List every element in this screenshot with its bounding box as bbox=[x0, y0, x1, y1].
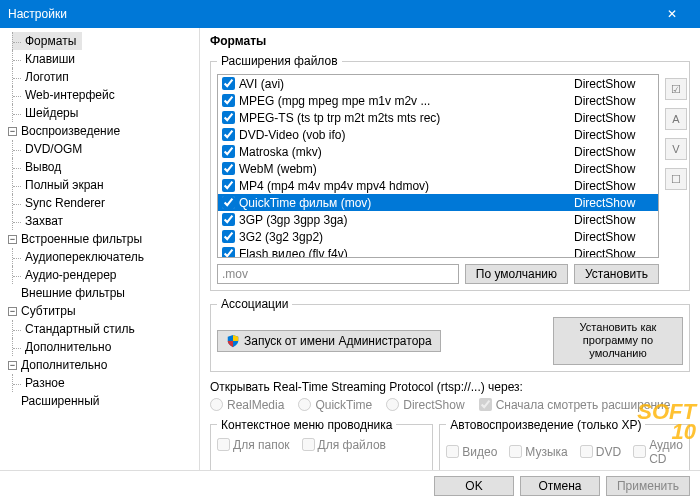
format-row[interactable]: DVD-Video (vob ifo)DirectShow bbox=[218, 126, 658, 143]
shield-icon bbox=[226, 334, 240, 348]
tree-item-keys[interactable]: Клавиши bbox=[12, 50, 195, 68]
rtsp-check-ext[interactable]: Сначала смотреть расширение bbox=[479, 398, 671, 412]
format-name: MP4 (mp4 m4v mp4v mpv4 hdmov) bbox=[239, 179, 574, 193]
ctx-folders[interactable]: Для папок bbox=[217, 438, 290, 452]
page-title: Форматы bbox=[210, 34, 690, 48]
format-row[interactable]: QuickTime фильм (mov)DirectShow bbox=[218, 194, 658, 211]
tree-group-playback[interactable]: −Воспроизведение bbox=[4, 122, 195, 140]
rtsp-directshow[interactable]: DirectShow bbox=[386, 398, 464, 412]
format-row[interactable]: WebM (webm)DirectShow bbox=[218, 160, 658, 177]
default-button[interactable]: По умолчанию bbox=[465, 264, 568, 284]
close-icon[interactable]: ✕ bbox=[652, 7, 692, 21]
tree-item-shaders[interactable]: Шейдеры bbox=[12, 104, 195, 122]
context-menu-legend: Контекстное меню проводника bbox=[217, 418, 396, 432]
rtsp-label: Открывать Real-Time Streaming Protocol (… bbox=[210, 380, 690, 394]
apply-button[interactable]: Применить bbox=[606, 476, 690, 496]
tree-item-sync[interactable]: Sync Renderer bbox=[12, 194, 195, 212]
format-row[interactable]: 3G2 (3g2 3gp2)DirectShow bbox=[218, 228, 658, 245]
tree-item-web[interactable]: Web-интерфейс bbox=[12, 86, 195, 104]
main-panel: Форматы Расширения файлов AVI (avi)Direc… bbox=[200, 28, 700, 470]
tree-item-logo[interactable]: Логотип bbox=[12, 68, 195, 86]
format-filter: DirectShow bbox=[574, 230, 654, 244]
settings-tree[interactable]: Форматы Клавиши Логотип Web-интерфейс Ше… bbox=[0, 28, 200, 470]
autoplay-group: Автовоспроизведение (только XP) Видео Му… bbox=[439, 418, 690, 470]
select-video-icon[interactable]: V bbox=[665, 138, 687, 160]
tree-item-misc[interactable]: Разное bbox=[12, 374, 195, 392]
tree-item-output[interactable]: Вывод bbox=[12, 158, 195, 176]
format-checkbox[interactable] bbox=[222, 77, 235, 90]
format-row[interactable]: MPEG (mpg mpeg mpe m1v m2v ...DirectShow bbox=[218, 92, 658, 109]
format-checkbox[interactable] bbox=[222, 247, 235, 258]
collapse-icon[interactable]: − bbox=[8, 235, 17, 244]
format-filter: DirectShow bbox=[574, 111, 654, 125]
collapse-icon[interactable]: − bbox=[8, 361, 17, 370]
extension-input[interactable] bbox=[217, 264, 459, 284]
format-row[interactable]: MP4 (mp4 m4v mp4v mpv4 hdmov)DirectShow bbox=[218, 177, 658, 194]
format-row[interactable]: AVI (avi)DirectShow bbox=[218, 75, 658, 92]
context-menu-group: Контекстное меню проводника Для папок Дл… bbox=[210, 418, 433, 470]
tree-item-fullscreen[interactable]: Полный экран bbox=[12, 176, 195, 194]
associations-legend: Ассоциации bbox=[217, 297, 292, 311]
ok-button[interactable]: OK bbox=[434, 476, 514, 496]
select-audio-icon[interactable]: A bbox=[665, 108, 687, 130]
format-name: QuickTime фильм (mov) bbox=[239, 196, 574, 210]
associations-group: Ассоциации Запуск от имени Администратор… bbox=[210, 297, 690, 372]
format-row[interactable]: MPEG-TS (ts tp trp m2t m2ts mts rec)Dire… bbox=[218, 109, 658, 126]
format-filter: DirectShow bbox=[574, 213, 654, 227]
collapse-icon[interactable]: − bbox=[8, 127, 17, 136]
format-name: MPEG (mpg mpeg mpe m1v m2v ... bbox=[239, 94, 574, 108]
auto-video[interactable]: Видео bbox=[446, 445, 497, 459]
tree-item-audiorender[interactable]: Аудио-рендерер bbox=[12, 266, 195, 284]
format-checkbox[interactable] bbox=[222, 162, 235, 175]
run-as-admin-button[interactable]: Запуск от имени Администратора bbox=[217, 330, 441, 352]
autoplay-legend: Автовоспроизведение (только XP) bbox=[446, 418, 645, 432]
format-filter: DirectShow bbox=[574, 77, 654, 91]
tree-group-internal-filters[interactable]: −Встроенные фильтры bbox=[4, 230, 195, 248]
cancel-button[interactable]: Отмена bbox=[520, 476, 600, 496]
format-filter: DirectShow bbox=[574, 128, 654, 142]
tree-item-audioswitch[interactable]: Аудиопереключатель bbox=[12, 248, 195, 266]
tree-group-subtitles[interactable]: −Субтитры bbox=[4, 302, 195, 320]
format-checkbox[interactable] bbox=[222, 128, 235, 141]
format-name: 3G2 (3g2 3gp2) bbox=[239, 230, 574, 244]
format-filter: DirectShow bbox=[574, 162, 654, 176]
format-row[interactable]: Flash видео (flv f4v)DirectShow bbox=[218, 245, 658, 258]
rtsp-realmedia[interactable]: RealMedia bbox=[210, 398, 284, 412]
auto-music[interactable]: Музыка bbox=[509, 445, 567, 459]
rtsp-section: Открывать Real-Time Streaming Protocol (… bbox=[210, 378, 690, 418]
select-none-icon[interactable]: ☐ bbox=[665, 168, 687, 190]
tree-group-external-filters[interactable]: Внешние фильтры bbox=[4, 284, 195, 302]
tree-item-capture[interactable]: Захват bbox=[12, 212, 195, 230]
tree-group-extra[interactable]: −Дополнительно bbox=[4, 356, 195, 374]
set-default-program-button[interactable]: Установить как программу по умолчанию bbox=[553, 317, 683, 365]
format-checkbox[interactable] bbox=[222, 111, 235, 124]
auto-cd[interactable]: Аудио CD bbox=[633, 438, 683, 466]
tree-item-dvd[interactable]: DVD/OGM bbox=[12, 140, 195, 158]
set-button[interactable]: Установить bbox=[574, 264, 659, 284]
format-name: Matroska (mkv) bbox=[239, 145, 574, 159]
format-checkbox[interactable] bbox=[222, 94, 235, 107]
ctx-files[interactable]: Для файлов bbox=[302, 438, 386, 452]
format-name: DVD-Video (vob ifo) bbox=[239, 128, 574, 142]
titlebar: Настройки ✕ bbox=[0, 0, 700, 28]
format-checkbox[interactable] bbox=[222, 179, 235, 192]
rtsp-quicktime[interactable]: QuickTime bbox=[298, 398, 372, 412]
format-filter: DirectShow bbox=[574, 179, 654, 193]
tree-item-std-style[interactable]: Стандартный стиль bbox=[12, 320, 195, 338]
format-checkbox[interactable] bbox=[222, 196, 235, 209]
tree-group-advanced[interactable]: Расширенный bbox=[4, 392, 195, 410]
format-name: Flash видео (flv f4v) bbox=[239, 247, 574, 259]
format-name: MPEG-TS (ts tp trp m2t m2ts mts rec) bbox=[239, 111, 574, 125]
format-row[interactable]: 3GP (3gp 3gpp 3ga)DirectShow bbox=[218, 211, 658, 228]
tree-item-sub-extra[interactable]: Дополнительно bbox=[12, 338, 195, 356]
collapse-icon[interactable]: − bbox=[8, 307, 17, 316]
tree-item-formats[interactable]: Форматы bbox=[12, 32, 82, 50]
format-filter: DirectShow bbox=[574, 247, 654, 259]
format-list[interactable]: AVI (avi)DirectShowMPEG (mpg mpeg mpe m1… bbox=[217, 74, 659, 258]
format-checkbox[interactable] bbox=[222, 213, 235, 226]
format-checkbox[interactable] bbox=[222, 230, 235, 243]
select-all-icon[interactable]: ☑ bbox=[665, 78, 687, 100]
format-checkbox[interactable] bbox=[222, 145, 235, 158]
auto-dvd[interactable]: DVD bbox=[580, 445, 621, 459]
format-row[interactable]: Matroska (mkv)DirectShow bbox=[218, 143, 658, 160]
